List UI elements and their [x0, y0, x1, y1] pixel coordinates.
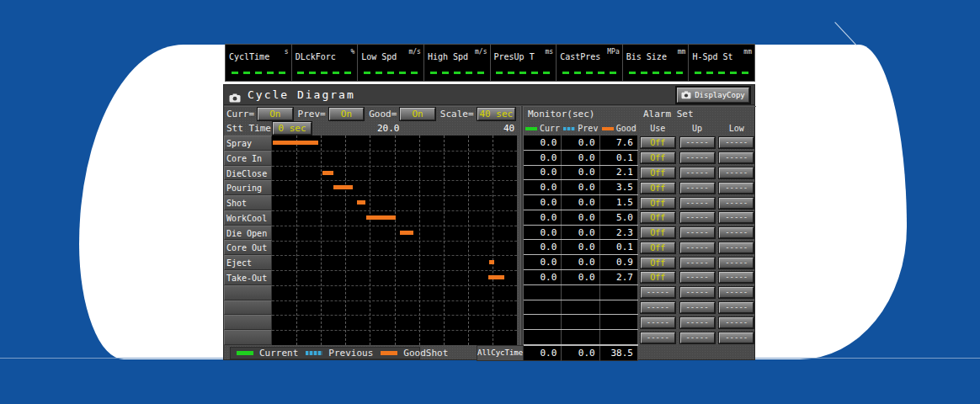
- alarm-col-low: Low: [716, 124, 756, 133]
- alarm-low-button[interactable]: -----: [719, 287, 754, 298]
- status-field: CastPresMPa: [557, 45, 622, 81]
- display-copy-button[interactable]: DisplayCopy: [677, 88, 749, 103]
- monitor-cell: [600, 330, 638, 344]
- alarm-low-button[interactable]: -----: [719, 183, 754, 194]
- alarm-up-button[interactable]: -----: [680, 242, 715, 253]
- alarm-up-button[interactable]: -----: [680, 302, 715, 313]
- status-field-unit: mm: [743, 48, 752, 56]
- monitor-row: [524, 285, 638, 300]
- monitor-cell: 0.0: [562, 255, 599, 269]
- alarm-up-button[interactable]: -----: [680, 212, 715, 223]
- alarm-low-button[interactable]: -----: [719, 258, 754, 268]
- gantt-bar-pouring: [333, 185, 353, 189]
- alarm-row: Off----------: [638, 226, 756, 241]
- alarm-use-button[interactable]: -----: [641, 302, 675, 313]
- alarm-use-button[interactable]: -----: [641, 332, 675, 343]
- alarm-use-button[interactable]: -----: [641, 317, 675, 328]
- alarm-up-button[interactable]: -----: [680, 167, 715, 178]
- alarm-cell: -----: [716, 302, 756, 313]
- alarm-cell: -----: [716, 167, 756, 178]
- alarm-up-button[interactable]: -----: [680, 227, 715, 238]
- monitor-cell: 0.0: [524, 270, 562, 284]
- monitor-cell: 0.0: [524, 240, 562, 254]
- alarm-up-button[interactable]: -----: [680, 152, 715, 163]
- status-field-value: [358, 72, 423, 74]
- monitor-cell: 0.0: [524, 151, 562, 165]
- prev-toggle-button[interactable]: On: [329, 108, 364, 120]
- alarm-low-button[interactable]: -----: [719, 227, 754, 238]
- monitor-row: 0.00.00.9: [524, 255, 638, 270]
- legend-item-current: Current: [237, 348, 298, 359]
- alarm-low-button[interactable]: -----: [719, 332, 754, 343]
- status-field-label: Bis Size: [626, 52, 667, 61]
- alarm-up-button[interactable]: -----: [680, 258, 715, 268]
- alarm-up-button[interactable]: -----: [680, 287, 715, 298]
- alarm-low-button[interactable]: -----: [719, 272, 754, 283]
- grid-hline: [272, 330, 517, 331]
- alarm-up-button[interactable]: -----: [680, 317, 715, 328]
- curr-toggle-button[interactable]: On: [258, 108, 292, 120]
- status-field: DLckForc%: [292, 45, 358, 81]
- status-field-unit: %: [350, 48, 354, 56]
- alarm-use-button[interactable]: Off: [641, 212, 675, 223]
- legend-item-good: Good: [600, 124, 638, 133]
- alarm-use-button[interactable]: Off: [641, 167, 675, 178]
- legend-item-prev: Prev: [562, 124, 599, 133]
- status-field: H-Spd Stmm: [689, 45, 754, 81]
- alarm-use-button[interactable]: -----: [641, 287, 675, 298]
- alarm-use-button[interactable]: Off: [641, 258, 675, 268]
- monitor-cell: 0.0: [562, 270, 599, 284]
- alarm-use-button[interactable]: Off: [641, 272, 675, 283]
- row-label: DieClose: [224, 166, 272, 181]
- monitor-cell: 0.0: [562, 180, 599, 194]
- monitor-cell: 0.0: [524, 166, 562, 180]
- alarm-use-button[interactable]: Off: [641, 198, 675, 209]
- alarm-low-button[interactable]: -----: [719, 152, 754, 163]
- alarm-use-button[interactable]: Off: [641, 227, 675, 238]
- alarm-low-button[interactable]: -----: [719, 317, 754, 328]
- status-field-value: [292, 72, 358, 74]
- alarm-cell: -----: [678, 302, 717, 313]
- alarm-low-button[interactable]: -----: [719, 212, 754, 223]
- alarm-low-button[interactable]: -----: [719, 167, 754, 178]
- camera-icon: [229, 90, 241, 99]
- alarm-low-button[interactable]: -----: [719, 302, 754, 313]
- monitor-cell: 0.0: [524, 180, 562, 194]
- current-swatch-icon: [237, 351, 253, 355]
- alarm-set-header: Alarm Set: [638, 106, 756, 121]
- legend-prev-label: Prev: [578, 124, 598, 133]
- status-field: PresUp Tms: [491, 45, 557, 81]
- row-label: Shot: [224, 195, 272, 210]
- alarm-up-button[interactable]: -----: [680, 137, 715, 148]
- alarm-row: Off----------: [638, 151, 756, 166]
- alarm-low-button[interactable]: -----: [719, 242, 754, 253]
- alarm-row: Off----------: [638, 195, 756, 210]
- legend-previous-label: Previous: [328, 348, 373, 359]
- alarm-up-button[interactable]: -----: [680, 183, 715, 194]
- alarm-use-button[interactable]: Off: [641, 242, 675, 253]
- status-field-label: Low Spd: [361, 52, 397, 61]
- scale-button[interactable]: 40 sec: [477, 108, 515, 120]
- gantt-bar-eject: [489, 260, 494, 264]
- cycle-chart: [272, 136, 517, 345]
- alarm-low-button[interactable]: -----: [719, 137, 754, 148]
- alarm-column-headers: Use Up Low: [638, 121, 756, 136]
- prev-swatch-icon: [563, 127, 575, 130]
- status-field-value: [491, 72, 557, 74]
- stt-time-button[interactable]: 0 sec: [273, 122, 312, 135]
- alarm-up-button[interactable]: -----: [680, 272, 715, 283]
- alarm-up-button[interactable]: -----: [680, 332, 715, 343]
- monitor-cell: 3.5: [600, 180, 638, 194]
- alarm-cell: -----: [638, 302, 678, 313]
- status-field-label: CastPres: [560, 52, 600, 61]
- good-toggle-button[interactable]: On: [400, 108, 434, 120]
- alarm-use-button[interactable]: Off: [641, 183, 675, 194]
- alarm-up-button[interactable]: -----: [680, 198, 715, 209]
- scale-label: Scale=: [440, 109, 474, 120]
- alarm-low-button[interactable]: -----: [719, 198, 754, 209]
- status-field-unit: s: [285, 48, 289, 56]
- alarm-col-up: Up: [678, 124, 717, 133]
- alarm-row: Off----------: [638, 270, 756, 285]
- alarm-use-button[interactable]: Off: [641, 152, 675, 163]
- alarm-use-button[interactable]: Off: [641, 137, 675, 148]
